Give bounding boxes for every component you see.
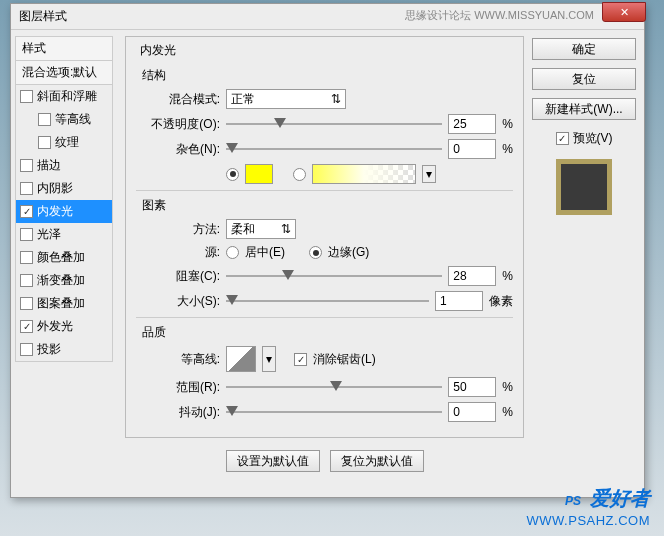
- gradient-swatch[interactable]: [312, 164, 416, 184]
- method-value: 柔和: [231, 221, 255, 238]
- sidebar-item-9[interactable]: 图案叠加: [16, 292, 112, 315]
- opacity-slider[interactable]: [226, 116, 442, 132]
- size-label: 大小(S):: [136, 293, 220, 310]
- pct-unit: %: [502, 405, 513, 419]
- size-slider[interactable]: [226, 293, 429, 309]
- sidebar-header[interactable]: 样式: [15, 36, 113, 60]
- sidebar-item-label: 内阴影: [37, 180, 73, 197]
- sidebar-item-label: 外发光: [37, 318, 73, 335]
- range-label: 范围(R):: [136, 379, 220, 396]
- pct-unit: %: [502, 142, 513, 156]
- source-center-radio[interactable]: [226, 246, 239, 259]
- chevron-down-icon[interactable]: ▾: [422, 165, 436, 183]
- right-panel: 确定 复位 新建样式(W)... ✓ 预览(V): [532, 30, 644, 497]
- sidebar-checkbox[interactable]: [20, 274, 33, 287]
- source-edge-label: 边缘(G): [328, 244, 369, 261]
- sidebar-checkbox[interactable]: [38, 113, 51, 126]
- opacity-input[interactable]: 25: [448, 114, 496, 134]
- blend-mode-dropdown[interactable]: 正常⇅: [226, 89, 346, 109]
- sidebar-checkbox[interactable]: [20, 90, 33, 103]
- center-panel: 内发光 结构 混合模式: 正常⇅ 不透明度(O): 25 % 杂色(N):: [117, 30, 532, 497]
- sidebar-checkbox[interactable]: [20, 297, 33, 310]
- sidebar-item-0[interactable]: 斜面和浮雕: [16, 85, 112, 108]
- jitter-slider[interactable]: [226, 404, 442, 420]
- source-label: 源:: [136, 244, 220, 261]
- antialias-label: 消除锯齿(L): [313, 351, 376, 368]
- sidebar-item-5[interactable]: ✓内发光: [16, 200, 112, 223]
- sidebar-item-3[interactable]: 描边: [16, 154, 112, 177]
- pct-unit: %: [502, 269, 513, 283]
- sidebar-blend-opts[interactable]: 混合选项:默认: [15, 60, 113, 85]
- sidebar-checkbox[interactable]: [38, 136, 51, 149]
- reset-default-button[interactable]: 复位为默认值: [330, 450, 424, 472]
- style-sidebar: 样式 混合选项:默认 斜面和浮雕等高线纹理描边内阴影✓内发光光泽颜色叠加渐变叠加…: [11, 30, 117, 497]
- px-unit: 像素: [489, 293, 513, 310]
- noise-input[interactable]: 0: [448, 139, 496, 159]
- size-input[interactable]: 1: [435, 291, 483, 311]
- ps-watermark: PS 爱好者 WWW.PSAHZ.COM: [527, 476, 651, 528]
- range-slider[interactable]: [226, 379, 442, 395]
- antialias-checkbox[interactable]: ✓: [294, 353, 307, 366]
- sidebar-item-label: 纹理: [55, 134, 79, 151]
- sidebar-item-7[interactable]: 颜色叠加: [16, 246, 112, 269]
- chevron-updown-icon: ⇅: [281, 222, 291, 236]
- section-quality: 品质: [142, 324, 513, 341]
- preview-checkbox[interactable]: ✓: [556, 132, 569, 145]
- preview-label: 预览(V): [573, 130, 613, 147]
- sidebar-checkbox[interactable]: [20, 251, 33, 264]
- section-elements: 图素: [142, 197, 513, 214]
- source-center-label: 居中(E): [245, 244, 285, 261]
- sidebar-item-label: 内发光: [37, 203, 73, 220]
- sidebar-item-label: 渐变叠加: [37, 272, 85, 289]
- sidebar-checkbox[interactable]: [20, 159, 33, 172]
- section-structure: 结构: [142, 67, 513, 84]
- source-edge-radio[interactable]: [309, 246, 322, 259]
- color-gradient-radio[interactable]: [293, 168, 306, 181]
- method-label: 方法:: [136, 221, 220, 238]
- sidebar-item-label: 颜色叠加: [37, 249, 85, 266]
- sidebar-item-10[interactable]: ✓外发光: [16, 315, 112, 338]
- chevron-down-icon[interactable]: ▾: [262, 346, 276, 372]
- sidebar-item-4[interactable]: 内阴影: [16, 177, 112, 200]
- sidebar-item-label: 光泽: [37, 226, 61, 243]
- sidebar-checkbox[interactable]: ✓: [20, 320, 33, 333]
- sidebar-item-6[interactable]: 光泽: [16, 223, 112, 246]
- new-style-button[interactable]: 新建样式(W)...: [532, 98, 636, 120]
- choke-input[interactable]: 28: [448, 266, 496, 286]
- range-input[interactable]: 50: [448, 377, 496, 397]
- pct-unit: %: [502, 117, 513, 131]
- layer-style-dialog: 图层样式 样式 混合选项:默认 斜面和浮雕等高线纹理描边内阴影✓内发光光泽颜色叠…: [10, 3, 645, 498]
- color-solid-radio[interactable]: [226, 168, 239, 181]
- cancel-button[interactable]: 复位: [532, 68, 636, 90]
- choke-slider[interactable]: [226, 268, 442, 284]
- sidebar-item-11[interactable]: 投影: [16, 338, 112, 361]
- watermark-top: 思缘设计论坛 WWW.MISSYUAN.COM: [405, 8, 594, 23]
- make-default-button[interactable]: 设置为默认值: [226, 450, 320, 472]
- chevron-updown-icon: ⇅: [331, 92, 341, 106]
- sidebar-checkbox[interactable]: [20, 343, 33, 356]
- sidebar-item-1[interactable]: 等高线: [16, 108, 112, 131]
- sidebar-item-8[interactable]: 渐变叠加: [16, 269, 112, 292]
- pct-unit: %: [502, 380, 513, 394]
- noise-label: 杂色(N):: [136, 141, 220, 158]
- opacity-label: 不透明度(O):: [136, 116, 220, 133]
- jitter-input[interactable]: 0: [448, 402, 496, 422]
- color-swatch[interactable]: [245, 164, 273, 184]
- noise-slider[interactable]: [226, 141, 442, 157]
- blend-mode-value: 正常: [231, 91, 255, 108]
- jitter-label: 抖动(J):: [136, 404, 220, 421]
- close-icon[interactable]: ✕: [602, 2, 646, 22]
- sidebar-item-label: 投影: [37, 341, 61, 358]
- blend-mode-label: 混合模式:: [136, 91, 220, 108]
- sidebar-item-label: 等高线: [55, 111, 91, 128]
- sidebar-checkbox[interactable]: [20, 228, 33, 241]
- sidebar-item-label: 图案叠加: [37, 295, 85, 312]
- inner-glow-fieldset: 内发光 结构 混合模式: 正常⇅ 不透明度(O): 25 % 杂色(N):: [125, 36, 524, 438]
- method-dropdown[interactable]: 柔和⇅: [226, 219, 296, 239]
- ok-button[interactable]: 确定: [532, 38, 636, 60]
- sidebar-checkbox[interactable]: [20, 182, 33, 195]
- sidebar-item-2[interactable]: 纹理: [16, 131, 112, 154]
- sidebar-checkbox[interactable]: ✓: [20, 205, 33, 218]
- contour-picker[interactable]: [226, 346, 256, 372]
- panel-title: 内发光: [136, 42, 180, 59]
